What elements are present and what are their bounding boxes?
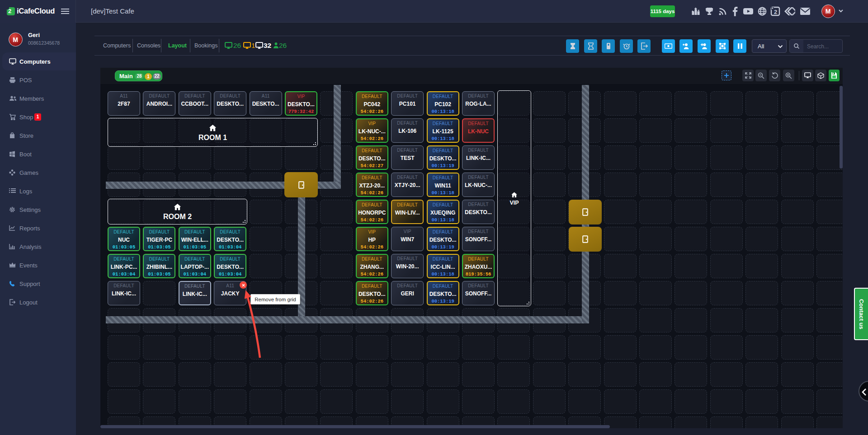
svg-text:2: 2 xyxy=(774,9,777,15)
